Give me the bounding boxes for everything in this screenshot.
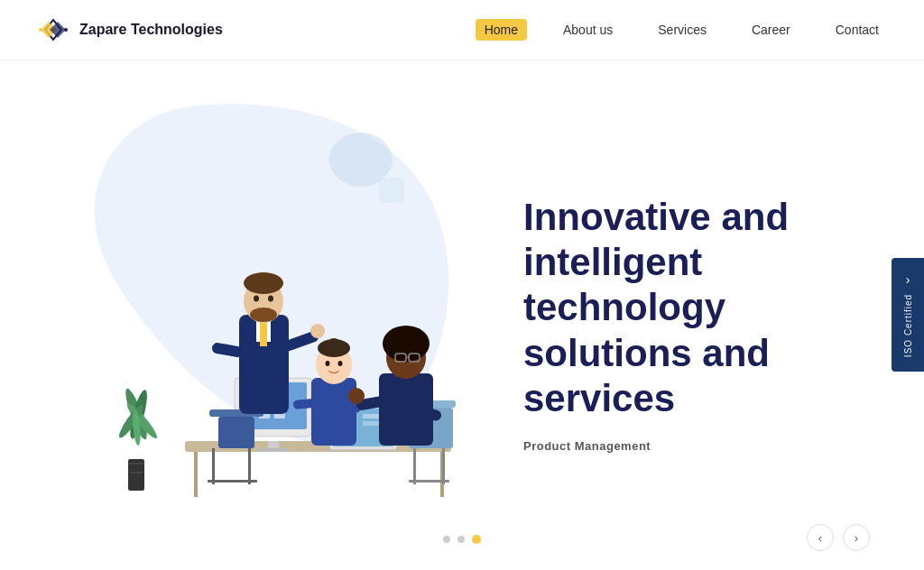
hero-section: Innovative and intelligent technology so…: [0, 60, 924, 569]
svg-point-54: [327, 338, 341, 353]
svg-point-65: [399, 355, 403, 360]
iso-text: ISO Certified: [903, 294, 913, 357]
iso-badge[interactable]: › ISO Certified: [892, 258, 924, 372]
main-nav: Home About us Services Career Contact: [476, 19, 888, 41]
svg-point-4: [64, 28, 68, 32]
pagination: [443, 535, 481, 544]
svg-point-49: [310, 324, 325, 338]
pagination-dot-3[interactable]: [472, 535, 481, 544]
svg-rect-34: [208, 480, 257, 483]
hero-subtitle: Product Management: [523, 439, 870, 453]
logo-text: Zapare Technologies: [79, 22, 223, 38]
svg-rect-23: [268, 441, 279, 448]
header: Zapare Technologies Home About us Servic…: [0, 0, 924, 60]
svg-point-44: [244, 272, 283, 294]
svg-point-45: [250, 308, 277, 322]
pagination-dot-1[interactable]: [443, 536, 450, 543]
svg-rect-39: [409, 480, 449, 483]
svg-point-66: [412, 355, 417, 360]
svg-point-3: [39, 28, 42, 32]
carousel-arrows: ‹ ›: [807, 524, 870, 551]
svg-rect-24: [257, 448, 290, 452]
hero-title: Innovative and intelligent technology so…: [523, 195, 870, 422]
svg-marker-2: [50, 22, 66, 38]
pagination-dot-2[interactable]: [457, 536, 465, 543]
next-arrow-button[interactable]: ›: [843, 524, 870, 551]
svg-point-55: [326, 361, 330, 366]
svg-rect-32: [212, 448, 215, 484]
nav-item-about[interactable]: About us: [554, 19, 622, 41]
nav-item-contact[interactable]: Contact: [827, 19, 888, 41]
svg-point-69: [348, 388, 365, 404]
nav-item-services[interactable]: Services: [649, 19, 716, 41]
hero-illustration: [54, 134, 469, 513]
svg-point-56: [338, 361, 343, 366]
prev-arrow-button[interactable]: ‹: [807, 524, 834, 551]
hero-content: Innovative and intelligent technology so…: [469, 195, 870, 454]
nav-item-career[interactable]: Career: [743, 19, 799, 41]
iso-chevron-icon: ›: [906, 272, 910, 287]
logo-area: Zapare Technologies: [36, 13, 223, 47]
svg-rect-16: [194, 452, 198, 497]
svg-point-46: [254, 296, 259, 302]
svg-rect-31: [218, 417, 254, 448]
svg-rect-33: [248, 448, 251, 484]
svg-rect-38: [442, 448, 445, 484]
nav-item-home[interactable]: Home: [476, 19, 527, 41]
svg-rect-37: [413, 448, 416, 484]
svg-point-47: [268, 296, 273, 302]
logo-icon: [36, 13, 70, 47]
